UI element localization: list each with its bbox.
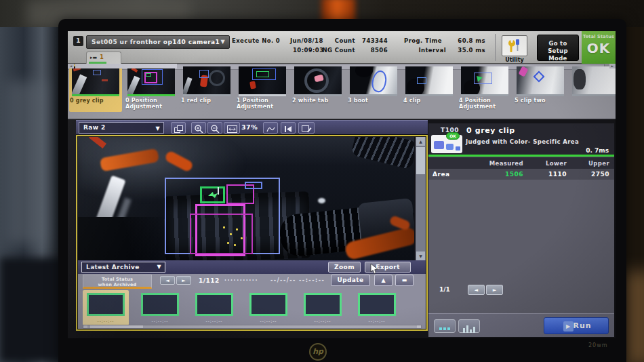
detail-view-button[interactable]	[434, 319, 456, 333]
image-viewer-window: Raw 2 ▼ 37%	[76, 120, 428, 331]
archive-scrollbar[interactable]	[83, 325, 422, 329]
scroll-right-icon[interactable]	[417, 325, 421, 328]
archive-thumb-time: --:--:--	[356, 319, 398, 323]
thumbnail-image	[183, 66, 230, 96]
archive-thumbnail[interactable]	[249, 293, 287, 316]
column-upper: Upper	[569, 160, 609, 167]
tab-marker-icon: ▸▬	[90, 55, 97, 60]
tab-label: 1	[100, 54, 104, 60]
thumbnail-5-clip-two[interactable]: 5 clip two	[514, 64, 567, 109]
zoom-out-button[interactable]	[207, 122, 222, 134]
tool-thumbnail-strip: 0 grey clip 0 Position Adjustment 1 red …	[68, 64, 616, 119]
archive-minimize-button[interactable]: ▬	[395, 275, 414, 286]
inspection-next-button[interactable]: ►	[486, 285, 503, 295]
archive-tab-total-status[interactable]: Total Status when Archived	[83, 275, 152, 289]
speckle	[234, 244, 236, 246]
run-button[interactable]: ▶ Run	[544, 317, 609, 334]
thumbnail-image	[572, 66, 616, 96]
table-row-area[interactable]: Area 1506 1110 2750	[428, 169, 614, 180]
archive-source-dropdown[interactable]: Latest Archive ▼	[81, 262, 165, 273]
detection-box-magenta-outer	[190, 214, 253, 254]
scroll-left-icon[interactable]: ◄	[68, 64, 74, 68]
thumbnail-label: 2 white tab	[292, 98, 344, 104]
thumbnail-image	[405, 66, 453, 96]
row-name: Area	[432, 171, 450, 178]
thumbnail-label: 4 clip	[403, 98, 455, 104]
background-shadow	[0, 258, 68, 362]
scroll-right-icon[interactable]: ►	[609, 64, 616, 68]
thumbnail-2-white-tab[interactable]: 2 white tab	[291, 64, 344, 109]
thumbnail-1-red-clip[interactable]: 1 red clip	[180, 64, 233, 109]
archive-panel: Total Status when Archived ◄ ► 1/112 ···…	[78, 274, 426, 329]
previous-image-button[interactable]	[281, 122, 296, 134]
thumbnail-image	[239, 66, 286, 96]
archive-date-placeholder: --/--/--	[270, 277, 296, 283]
archive-next-button[interactable]: ►	[176, 276, 191, 285]
thumbnail-3-boot[interactable]: 3 boot	[347, 64, 400, 109]
thumbnail-4-clip[interactable]: 4 clip	[403, 64, 456, 109]
thumbnail-0-position-adjustment[interactable]: 0 Position Adjustment	[125, 64, 178, 109]
setup-line2: Setup Mode	[548, 47, 568, 62]
capture-edit-icon	[302, 125, 312, 133]
setup-line1: Go to	[548, 40, 567, 47]
archive-prev-button[interactable]: ◄	[160, 276, 175, 285]
utility-button[interactable]	[502, 35, 527, 56]
archive-thumbnail[interactable]	[141, 293, 179, 316]
scroll-up-icon[interactable]: ▲	[416, 137, 425, 146]
scrollbar-thumb[interactable]	[90, 325, 143, 328]
archive-thumbnail[interactable]	[358, 293, 396, 316]
edge-tick	[218, 187, 219, 195]
total-status-badge: Total Status OK	[582, 31, 616, 64]
background-blur-blob	[7, 81, 47, 244]
archive-thumb-time: --:--:--	[139, 319, 181, 323]
monitor-bezel: hp 20wm 1 Set005 ur fronthor op140 camer…	[58, 19, 626, 362]
image-capture-button[interactable]	[298, 122, 315, 134]
thumbnail-1-position-adjustment[interactable]: 1 Position Adjustment	[236, 64, 289, 109]
archive-thumbnail[interactable]	[87, 293, 125, 316]
window-layout-button[interactable]	[171, 122, 186, 134]
prog-time-label: Prog. Time	[404, 37, 442, 44]
thumbnail-label: 1 Position Adjustment	[237, 98, 288, 110]
archive-thumbnail[interactable]	[195, 293, 233, 316]
profile-graph-button[interactable]	[263, 122, 278, 134]
detection-box-blue-small	[245, 182, 262, 189]
scrollbar-thumb[interactable]	[75, 64, 177, 68]
scrollbar-thumb[interactable]	[416, 147, 425, 174]
thumbnail-label: 3 boot	[348, 98, 399, 104]
mouse-cursor	[370, 263, 378, 275]
archive-source-value: Latest Archive	[86, 264, 140, 270]
chevron-down-icon: ▼	[155, 123, 160, 134]
thumbnail-partial[interactable]	[569, 64, 616, 109]
scroll-down-icon[interactable]: ▼	[416, 252, 425, 260]
archive-page-indicator: 1/112	[199, 277, 220, 284]
archive-export-button[interactable]: ▲	[374, 275, 393, 286]
thumbnail-0-grey-clip[interactable]: 0 grey clip	[69, 64, 122, 112]
archive-thumb-time: --:--:--	[302, 319, 344, 323]
chevron-down-icon: ▼	[157, 262, 161, 272]
region-swatch	[456, 146, 460, 150]
thumbnail-image	[517, 66, 564, 96]
camera-tab[interactable]: ▸▬1	[86, 52, 121, 64]
camera-image[interactable]	[78, 137, 414, 260]
viewer-vertical-scrollbar[interactable]: ▲ ▼	[416, 137, 426, 260]
thumbnail-label: 5 clip two	[515, 98, 566, 104]
scroll-left-icon[interactable]	[83, 325, 87, 328]
fit-to-window-button[interactable]	[224, 122, 240, 134]
inspection-prev-button[interactable]: ◄	[468, 285, 485, 295]
scene-select-dropdown[interactable]: Set005 ur fronthor op140 camera1 ▼	[86, 35, 230, 49]
update-button[interactable]: Update	[331, 275, 370, 286]
histogram-button[interactable]	[458, 319, 480, 333]
step-back-icon	[284, 125, 292, 133]
photo-scene: hp 20wm 1 Set005 ur fronthor op140 camer…	[0, 0, 644, 362]
zoom-in-button[interactable]	[191, 122, 206, 134]
scene-title: Set005 ur fronthor op140 camera1	[92, 39, 220, 45]
thumbnail-4-position-adjustment[interactable]: 4 Position Adjustment	[458, 64, 511, 109]
go-to-setup-mode-button[interactable]: Go to Setup Mode	[537, 35, 579, 61]
tool-result-icon: OK	[431, 135, 462, 153]
zoom-button[interactable]: Zoom	[328, 262, 361, 273]
measured-value: 1506	[469, 171, 523, 178]
image-source-dropdown[interactable]: Raw 2 ▼	[79, 122, 164, 134]
archive-thumb-time: --:--:--	[85, 319, 127, 323]
archive-thumbnail[interactable]	[304, 293, 342, 316]
utility-label: Utility	[498, 57, 531, 63]
